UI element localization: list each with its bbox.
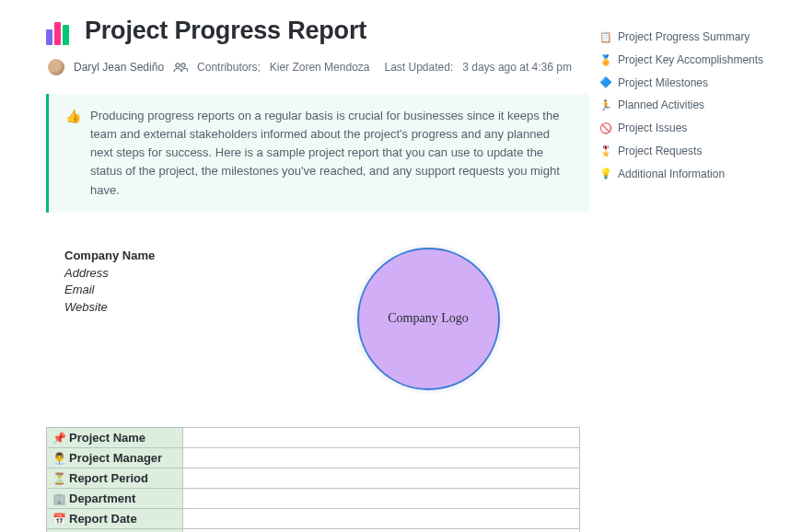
company-block: Company Name Address Email Website Compa…	[46, 248, 589, 390]
toc-item-icon: 🎖️	[599, 145, 612, 158]
row-icon: 📅	[52, 513, 66, 526]
table-row: 🤝Project Sponsor	[47, 528, 580, 532]
company-address-label: Address	[64, 265, 239, 283]
project-info-table: 📌Project Name👨‍💼Project Manager⏳Report P…	[46, 427, 580, 532]
info-label: Report Period	[69, 471, 148, 485]
table-row: 🏢Department	[47, 488, 580, 508]
callout-text: Producing progress reports on a regular …	[90, 107, 573, 200]
toc-item[interactable]: 💡Additional Information	[599, 163, 784, 186]
row-icon: ⏳	[52, 472, 66, 485]
info-value-cell[interactable]	[183, 488, 580, 508]
info-label: Report Date	[69, 512, 137, 526]
info-value-cell[interactable]	[183, 508, 580, 528]
toc-item-icon: 📋	[599, 30, 612, 44]
info-value-cell[interactable]	[183, 427, 580, 447]
company-email-label: Email	[64, 282, 239, 299]
info-label: Project Name	[69, 431, 145, 445]
info-label: Project Manager	[69, 451, 162, 465]
info-value-cell[interactable]	[183, 468, 580, 488]
info-value-cell[interactable]	[183, 528, 580, 532]
toc-item[interactable]: 📋Project Progress Summary	[599, 26, 784, 49]
info-value-cell[interactable]	[183, 447, 580, 468]
row-icon: 👨‍💼	[52, 452, 66, 465]
company-text[interactable]: Company Name Address Email Website	[64, 248, 239, 390]
author-avatar[interactable]	[48, 59, 64, 75]
contributors-names[interactable]: Kier Zoren Mendoza	[270, 61, 370, 74]
toc-item-label: Project Requests	[618, 144, 702, 159]
toc-item-label: Project Progress Summary	[618, 29, 750, 45]
toc-item[interactable]: 🔷Project Milestones	[599, 72, 784, 95]
company-logo-wrap: Company Logo	[267, 248, 589, 390]
toc-item[interactable]: 🎖️Project Requests	[599, 140, 784, 163]
contributors-label: Contributors;	[197, 61, 261, 74]
table-row: 📌Project Name	[47, 427, 580, 447]
row-icon: 📌	[52, 432, 66, 445]
info-label-cell: 🤝Project Sponsor	[47, 528, 183, 532]
table-row: ⏳Report Period	[47, 468, 580, 488]
toc-item[interactable]: 🚫Project Issues	[599, 117, 784, 140]
toc-item-icon: 🚫	[599, 121, 612, 135]
bar-chart-icon	[46, 17, 74, 45]
contributors-icon	[173, 62, 188, 73]
toc-item-icon: 💡	[599, 167, 612, 180]
updated-label: Last Updated:	[385, 61, 454, 74]
callout-block[interactable]: 👍 Producing progress reports on a regula…	[46, 94, 589, 213]
row-icon: 🏢	[52, 492, 66, 505]
meta-row: Daryl Jean Sediño Contributors; Kier Zor…	[46, 59, 589, 75]
toc-item-icon: 🔷	[599, 75, 612, 89]
info-label-cell: 📌Project Name	[47, 427, 183, 447]
toc-item-icon: 🏃	[599, 98, 612, 112]
toc-item-label: Project Issues	[618, 121, 687, 136]
toc-item-label: Project Key Accomplishments	[618, 52, 763, 68]
info-label-cell: 🏢Department	[47, 488, 183, 508]
info-label: Department	[69, 492, 135, 505]
toc-item-label: Additional Information	[618, 167, 725, 182]
toc-item-label: Planned Activities	[618, 98, 704, 113]
table-of-contents: 📋Project Progress Summary🏅Project Key Ac…	[599, 26, 784, 186]
info-label-cell: 👨‍💼Project Manager	[47, 447, 183, 468]
toc-item-icon: 🏅	[599, 53, 612, 67]
thumbs-up-icon: 👍	[65, 107, 81, 200]
svg-point-1	[181, 64, 185, 67]
company-name-label: Company Name	[64, 248, 239, 265]
table-row: 📅Report Date	[47, 508, 580, 528]
table-row: 👨‍💼Project Manager	[47, 447, 580, 468]
author-name[interactable]: Daryl Jean Sediño	[74, 61, 164, 74]
svg-point-0	[176, 64, 180, 67]
toc-item[interactable]: 🏅Project Key Accomplishments	[599, 49, 784, 72]
info-label-cell: 📅Report Date	[47, 508, 183, 528]
toc-item-label: Project Milestones	[618, 75, 708, 91]
company-website-label: Website	[64, 299, 239, 317]
toc-item[interactable]: 🏃Planned Activities	[599, 94, 784, 117]
title-row: Project Progress Report	[46, 17, 589, 45]
company-logo-placeholder[interactable]: Company Logo	[357, 248, 500, 390]
updated-value: 3 days ago at 4:36 pm	[462, 61, 572, 74]
page-title: Project Progress Report	[85, 17, 366, 45]
info-label-cell: ⏳Report Period	[47, 468, 183, 488]
